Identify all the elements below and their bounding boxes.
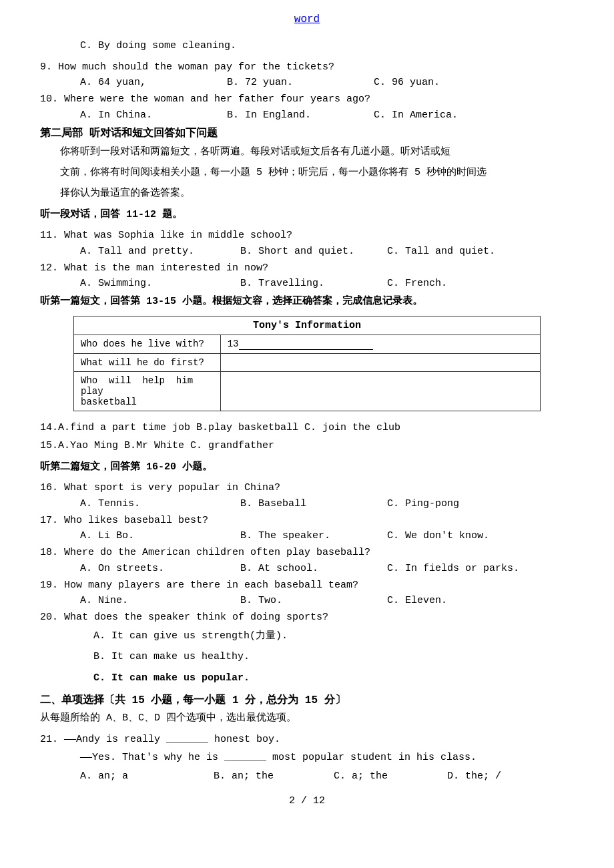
question-11: 11. What was Sophia like in middle schoo… bbox=[40, 227, 574, 244]
tony-info-table: Tony's Information Who does he live with… bbox=[73, 316, 541, 411]
q19-option-a: A. Nine. bbox=[80, 595, 240, 606]
table-row3-left: Who will help him play basketball bbox=[74, 371, 221, 411]
q11-option-b: B. Short and quiet. bbox=[240, 246, 387, 257]
q20-option-c: C. It can make us popular. bbox=[93, 670, 574, 687]
q16-option-c: C. Ping-pong bbox=[387, 498, 534, 509]
passage1-header: 听第一篇短文，回答第 13-15 小题。根据短文容，选择正确答案，完成信息记录表… bbox=[40, 293, 574, 310]
table-row-1: Who does he live with? 13 bbox=[74, 335, 541, 353]
q17-option-a: A. Li Bo. bbox=[80, 530, 240, 541]
q16-options: A. Tennis. B. Baseball C. Ping-pong bbox=[80, 498, 574, 509]
q9-options: A. 64 yuan, B. 72 yuan. C. 96 yuan. bbox=[80, 77, 574, 88]
question-18: 18. Where do the American children often… bbox=[40, 544, 574, 562]
q12-option-c: C. French. bbox=[387, 278, 534, 289]
question-20: 20. What does the speaker think of doing… bbox=[40, 609, 574, 626]
q10-option-a: A. In China. bbox=[80, 110, 227, 121]
q20-option-b: B. It can make us healthy. bbox=[93, 648, 574, 666]
q9-option-c: C. 96 yuan. bbox=[374, 77, 521, 88]
page-footer: 2 / 12 bbox=[40, 795, 574, 807]
q18-option-b: B. At school. bbox=[240, 563, 387, 574]
q19-option-b: B. Two. bbox=[240, 595, 387, 606]
question-10: 10. Where were the woman and her father … bbox=[40, 91, 574, 108]
table-row3-right bbox=[220, 371, 540, 411]
section3-header: 二、单项选择〔共 15 小题，每一小题 1 分，总分为 15 分〕 bbox=[40, 693, 574, 707]
question-19: 19. How many players are there in each b… bbox=[40, 577, 574, 594]
q16-option-b: B. Baseball bbox=[240, 498, 387, 509]
passage2-header: 听第二篇短文，回答第 16-20 小题。 bbox=[40, 459, 574, 476]
question-21-line2: ——Yes. That's why he is _______ most pop… bbox=[80, 749, 574, 767]
q9-option-b: B. 72 yuan. bbox=[227, 77, 374, 88]
table-header: Tony's Information bbox=[74, 316, 541, 335]
q21-option-b: B. an; the bbox=[214, 771, 334, 782]
q21-options: A. an; a B. an; the C. a; the D. the; / bbox=[80, 771, 574, 782]
question-9: 9. How much should the woman pay for the… bbox=[40, 59, 574, 76]
dialog-header: 听一段对话，回答 11-12 题。 bbox=[40, 206, 574, 224]
q10-option-c: C. In America. bbox=[374, 110, 521, 121]
question-16: 16. What sport is very popular in China? bbox=[40, 479, 574, 497]
answer-blank-13 bbox=[239, 339, 374, 350]
q12-option-a: A. Swimming. bbox=[80, 278, 240, 289]
q12-options: A. Swimming. B. Travelling. C. French. bbox=[80, 278, 574, 289]
q17-options: A. Li Bo. B. The speaker. C. We don't kn… bbox=[80, 530, 574, 541]
question-17: 17. Who likes baseball best? bbox=[40, 512, 574, 529]
table-row1-right: 13 bbox=[220, 335, 540, 353]
q19-option-c: C. Eleven. bbox=[387, 595, 534, 606]
section2-header: 第二局部 听对话和短文回答如下问题 bbox=[40, 126, 574, 140]
q20-option-a: A. It can give us strength(力量). bbox=[93, 628, 574, 645]
q16-option-a: A. Tennis. bbox=[80, 498, 240, 509]
question-21-line1: 21. ——Andy is really _______ honest boy. bbox=[40, 731, 574, 748]
q17-option-b: B. The speaker. bbox=[240, 530, 387, 541]
q19-options: A. Nine. B. Two. C. Eleven. bbox=[80, 595, 574, 606]
q21-option-c: C. a; the bbox=[334, 771, 447, 782]
q18-options: A. On streets. B. At school. C. In field… bbox=[80, 563, 574, 574]
page-title: word bbox=[40, 13, 574, 25]
section2-intro3: 择你认为最适宜的备选答案。 bbox=[60, 184, 574, 202]
q21-option-d: D. the; / bbox=[447, 771, 567, 782]
question-12: 12. What is the man interested in now? bbox=[40, 260, 574, 277]
question-14: 14.A.find a part time job B.play basketb… bbox=[40, 419, 574, 437]
q11-option-a: A. Tall and pretty. bbox=[80, 246, 240, 257]
table-row1-left: Who does he live with? bbox=[74, 335, 221, 353]
option-c-cleaning: C. By doing some cleaning. bbox=[80, 37, 574, 55]
table-row2-left: What will he do first? bbox=[74, 353, 221, 371]
section2-intro1: 你将听到一段对话和两篇短文，各听两遍。每段对话或短文后各有几道小题。听对话或短 bbox=[60, 143, 574, 161]
q17-option-c: C. We don't know. bbox=[387, 530, 534, 541]
q11-options: A. Tall and pretty. B. Short and quiet. … bbox=[80, 246, 574, 257]
section2-intro2: 文前，你将有时间阅读相关小题，每一小题 5 秒钟；听完后，每一小题你将有 5 秒… bbox=[60, 164, 574, 182]
q18-option-a: A. On streets. bbox=[80, 563, 240, 574]
q12-option-b: B. Travelling. bbox=[240, 278, 387, 289]
q9-option-a: A. 64 yuan, bbox=[80, 77, 227, 88]
section3-intro: 从每题所给的 A、B、C、D 四个选项中，选出最优选项。 bbox=[40, 710, 574, 727]
table-row-3: Who will help him play basketball bbox=[74, 371, 541, 411]
question-15: 15.A.Yao Ming B.Mr White C. grandfather bbox=[40, 437, 574, 455]
q11-option-c: C. Tall and quiet. bbox=[387, 246, 534, 257]
q18-option-c: C. In fields or parks. bbox=[387, 563, 534, 574]
q10-option-b: B. In England. bbox=[227, 110, 374, 121]
q10-options: A. In China. B. In England. C. In Americ… bbox=[80, 110, 574, 121]
q21-option-a: A. an; a bbox=[80, 771, 214, 782]
table-row2-right bbox=[220, 353, 540, 371]
table-row-2: What will he do first? bbox=[74, 353, 541, 371]
